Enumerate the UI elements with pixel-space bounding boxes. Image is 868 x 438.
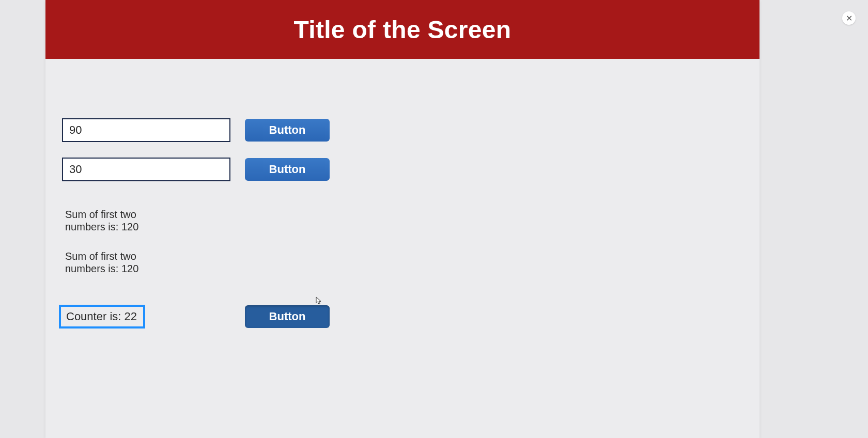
- close-button[interactable]: ✕: [842, 11, 856, 25]
- page-root: Title of the Screen Button Button Sum of…: [0, 0, 868, 438]
- content-area: Button Button Sum of first two numbers i…: [45, 59, 760, 438]
- input-row-2: Button: [62, 158, 330, 181]
- mouse-cursor-icon: [316, 296, 323, 306]
- sum-result-1: Sum of first two numbers is: 120: [65, 208, 158, 233]
- screen-title: Title of the Screen: [294, 15, 512, 44]
- close-icon: ✕: [846, 13, 853, 23]
- counter-display: Counter is: 22: [59, 305, 145, 328]
- sum-result-2: Sum of first two numbers is: 120: [65, 250, 158, 275]
- input-row-1: Button: [62, 118, 330, 142]
- number-input-2[interactable]: [62, 158, 230, 181]
- submit-button-2[interactable]: Button: [245, 158, 330, 181]
- app-header: Title of the Screen: [45, 0, 760, 59]
- counter-button[interactable]: Button: [245, 305, 330, 328]
- number-input-1[interactable]: [62, 118, 230, 142]
- submit-button-1[interactable]: Button: [245, 119, 330, 142]
- counter-button-row: Button: [245, 305, 330, 328]
- app-card: Title of the Screen Button Button Sum of…: [45, 0, 760, 438]
